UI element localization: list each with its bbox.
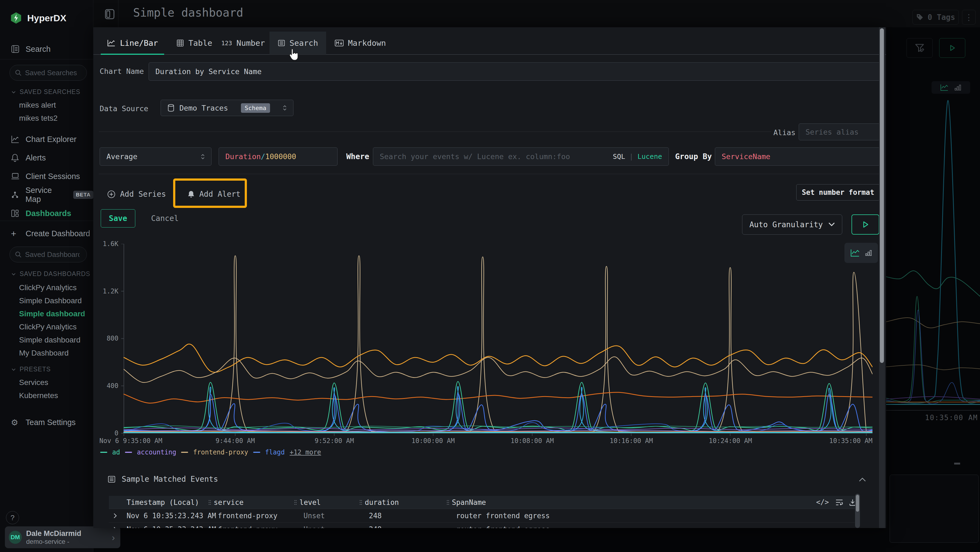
saved-dashboards-header[interactable]: SAVED DASHBOARDS [11,270,91,278]
x-tick-label: 9:52:00 AM [307,437,361,445]
bg-chart-type-toggle[interactable] [932,81,970,94]
line-chart-icon [107,39,116,47]
run-query-button[interactable] [851,214,879,235]
brand[interactable]: HyperDX [10,12,67,24]
table-row[interactable]: Nov 6 10:35:23.243 AM frontend-proxy Uns… [109,523,855,528]
presets-header[interactable]: PRESETS [11,365,51,373]
data-source-label: Data Source [100,104,148,113]
chart-name-field[interactable] [149,62,880,81]
preset-item[interactable]: Services [19,378,48,387]
aggregation-field[interactable]: Duration/1000000 [219,147,337,166]
kebab-icon: ⋮ [965,13,973,22]
kebab-menu-button[interactable]: ⋮ [962,10,976,24]
where-search-field[interactable]: SQL | Lucene [373,147,669,166]
column-header[interactable]: service [208,498,243,506]
dashboard-item[interactable]: Simple Dashboard [19,297,82,305]
saved-searches-search[interactable] [10,65,87,81]
duration-chart[interactable] [121,244,872,437]
table-scrollbar-thumb[interactable] [856,495,859,512]
set-number-format-button[interactable]: Set number format [796,184,880,201]
drag-handle-icon[interactable] [208,499,211,506]
sidebar-item-label: Chart Explorer [25,135,76,144]
table-scrollbar-track[interactable] [855,494,860,528]
line-chart-icon [940,84,948,91]
alias-input[interactable] [805,128,873,136]
where-search-input[interactable] [380,152,607,161]
dashboard-item[interactable]: ClickPy Analytics [19,283,77,292]
dashboard-item-active[interactable]: Simple dashboard [19,310,85,318]
highlight-box [173,179,247,208]
create-dashboard-button[interactable]: + Create Dashboard [0,227,93,240]
user-card[interactable]: DM Dale McDiarmid demo-service - › [5,526,120,548]
tags-button[interactable]: 0 Tags [913,10,959,24]
help-button[interactable]: ? [6,511,19,524]
save-button[interactable]: Save [101,209,135,228]
column-header[interactable]: duration [360,498,399,506]
sidebar-item-dashboards[interactable]: Dashboards [0,206,93,221]
legend-label[interactable]: frontend-proxy [193,448,248,456]
modal-scrollbar-thumb[interactable] [880,28,884,363]
saved-dashboards-input[interactable] [25,250,80,259]
drag-handle-icon[interactable] [294,499,297,506]
sidebar-item-label: Alerts [25,153,46,163]
dashboard-item[interactable]: Simple dashboard [19,336,81,345]
data-source-select[interactable]: Demo Traces Schema [161,100,293,116]
legend-swatch [125,452,132,453]
play-icon [861,220,869,228]
drag-handle-icon[interactable] [447,499,449,506]
code-icon[interactable]: </> [816,498,829,506]
collapse-chevron-up-icon[interactable] [858,477,867,482]
sidebar-item-search[interactable]: Search [0,41,93,57]
bg-resize-handle[interactable] [954,463,960,464]
preset-item[interactable]: Kubernetes [19,391,58,400]
saved-search-item[interactable]: mikes alert [19,101,56,110]
saved-search-item[interactable]: mikes tets2 [19,114,58,123]
y-tick-label: 800 [95,335,118,342]
wrap-text-icon[interactable] [835,499,843,506]
legend-label[interactable]: ad [112,448,120,456]
aggregation-fn-select[interactable]: Average [100,147,212,166]
bar-chart-icon [955,84,961,91]
tab-table[interactable]: Table [174,32,215,54]
alias-field[interactable] [799,123,880,140]
column-header[interactable]: level [294,498,321,506]
sidebar-item-team-settings[interactable]: ⚙ Team Settings [0,415,93,430]
column-header[interactable]: Timestamp (Local) [127,498,199,506]
dashboard-item[interactable]: ClickPy Analytics [19,322,77,331]
tab-markdown[interactable]: Markdown [332,32,389,54]
saved-searches-header[interactable]: SAVED SEARCHES [11,88,80,96]
hierarchy-icon [11,191,20,199]
saved-searches-input[interactable] [25,69,80,77]
expand-chevron-icon[interactable] [113,526,117,528]
sidebar-item-service-map[interactable]: Service Map BETA [0,187,93,203]
sidebar-item-chart-explorer[interactable]: Chart Explorer [0,132,93,147]
tab-number[interactable]: 123 Number [219,32,267,54]
dashboard-item[interactable]: My Dashboard [19,349,68,357]
drag-handle-icon[interactable] [360,499,362,506]
lang-sql-toggle[interactable]: SQL [613,153,625,161]
column-header[interactable]: SpanName [447,498,486,506]
legend-label[interactable]: accounting [137,448,177,456]
legend-more-link[interactable]: +12 more [290,448,321,456]
y-tick-label: 1.2K [95,287,118,295]
chart-name-input[interactable] [156,67,873,76]
table-row[interactable]: Nov 6 10:35:23.243 AM frontend-proxy Uns… [109,509,855,523]
cell-spanname: router frontend egress [456,525,550,528]
modal-scrollbar-track[interactable] [879,27,885,528]
saved-dashboards-search[interactable] [10,247,87,262]
legend-label[interactable]: flagd [265,448,285,456]
group-by-field[interactable]: ServiceName [715,147,880,166]
lang-separator: | [629,153,633,161]
add-series-button[interactable]: Add Series [107,190,166,199]
sidebar-collapse-icon[interactable] [105,8,115,20]
chart-name-label: Chart Name [100,67,144,75]
expand-chevron-icon[interactable] [113,513,117,519]
cancel-button[interactable]: Cancel [151,214,178,223]
lang-lucene-toggle[interactable]: Lucene [638,153,662,161]
tab-line-bar[interactable]: Line/Bar [101,32,164,54]
granularity-select[interactable]: Auto Granularity [742,214,842,235]
group-by-label: Group By [675,152,712,161]
sidebar-item-alerts[interactable]: Alerts [0,150,93,165]
cell-level: Unset [304,525,325,528]
sidebar-item-client-sessions[interactable]: Client Sessions [0,169,93,184]
